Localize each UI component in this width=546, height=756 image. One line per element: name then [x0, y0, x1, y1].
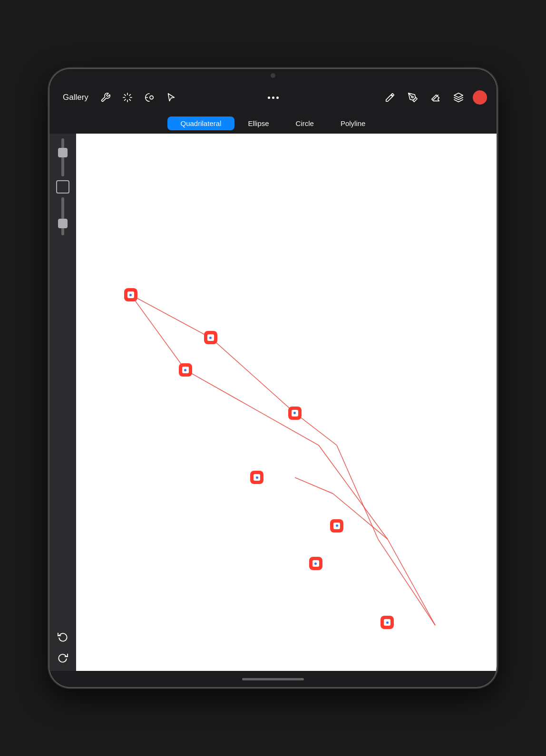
- brush-button[interactable]: [381, 89, 399, 106]
- control-point-6[interactable]: [330, 519, 343, 533]
- brush-size-thumb[interactable]: [58, 148, 68, 157]
- more-dots: [268, 97, 279, 99]
- smudge-button[interactable]: [141, 89, 158, 106]
- tab-polyline[interactable]: Polyline: [327, 116, 379, 130]
- device-frame: Gallery: [49, 69, 497, 687]
- color-swatch[interactable]: [473, 90, 487, 105]
- left-sidebar: [49, 134, 76, 671]
- pen-icon: [408, 92, 418, 103]
- svg-line-13: [131, 295, 185, 370]
- svg-line-6: [124, 99, 126, 101]
- svg-marker-11: [454, 93, 463, 97]
- device-top-bar: [49, 69, 497, 82]
- canvas-area[interactable]: [76, 134, 497, 671]
- camera-dot: [271, 73, 275, 78]
- more-options-button[interactable]: [264, 89, 282, 106]
- wrench-icon: [100, 92, 111, 103]
- main-content: [49, 134, 497, 671]
- brush-icon: [385, 92, 395, 103]
- selection-icon: [166, 92, 176, 103]
- mask-button[interactable]: [56, 180, 69, 194]
- svg-line-2: [124, 95, 126, 96]
- tab-circle[interactable]: Circle: [283, 116, 327, 130]
- toolbar-left: Gallery: [59, 89, 380, 106]
- svg-line-20: [388, 539, 435, 625]
- gallery-button[interactable]: Gallery: [59, 91, 92, 104]
- control-point-1[interactable]: [124, 288, 137, 301]
- undo-icon: [58, 631, 68, 642]
- segment-tabs: Quadrilateral Ellipse Circle Polyline: [49, 113, 497, 134]
- opacity-thumb[interactable]: [58, 219, 68, 228]
- layers-button[interactable]: [450, 89, 467, 106]
- magic-wand-icon: [122, 92, 133, 103]
- svg-line-3: [129, 99, 131, 101]
- redo-button[interactable]: [54, 649, 71, 666]
- svg-line-14: [211, 338, 295, 413]
- tab-quadrilateral[interactable]: Quadrilateral: [167, 116, 235, 130]
- svg-line-22: [378, 539, 435, 625]
- svg-line-12: [131, 295, 211, 338]
- control-point-3[interactable]: [204, 331, 217, 344]
- undo-button[interactable]: [54, 628, 71, 645]
- layers-icon: [453, 92, 464, 103]
- wrench-button[interactable]: [97, 89, 114, 106]
- eraser-button[interactable]: [427, 89, 444, 106]
- drawing-svg: [76, 134, 497, 671]
- brush-size-slider[interactable]: [61, 138, 64, 176]
- control-point-2[interactable]: [179, 363, 192, 377]
- app-container: Gallery: [49, 82, 497, 671]
- selection-button[interactable]: [163, 89, 180, 106]
- toolbar-center: [264, 89, 282, 106]
- smudge-icon: [144, 92, 155, 103]
- svg-line-16: [295, 477, 333, 494]
- redo-icon: [58, 652, 68, 663]
- toolbar-right: [381, 89, 487, 106]
- control-point-4[interactable]: [288, 407, 302, 420]
- eraser-icon: [430, 92, 441, 103]
- pen-button[interactable]: [404, 89, 421, 106]
- control-point-7[interactable]: [309, 557, 322, 570]
- home-indicator[interactable]: [242, 678, 304, 680]
- svg-point-9: [411, 96, 413, 98]
- toolbar: Gallery: [49, 82, 497, 113]
- control-point-8[interactable]: [380, 616, 394, 629]
- svg-line-7: [129, 95, 131, 96]
- device-bottom-bar: [49, 671, 497, 687]
- magic-wand-button[interactable]: [119, 89, 136, 106]
- tab-ellipse[interactable]: Ellipse: [234, 116, 282, 130]
- opacity-slider[interactable]: [61, 197, 64, 235]
- control-point-5[interactable]: [250, 471, 263, 484]
